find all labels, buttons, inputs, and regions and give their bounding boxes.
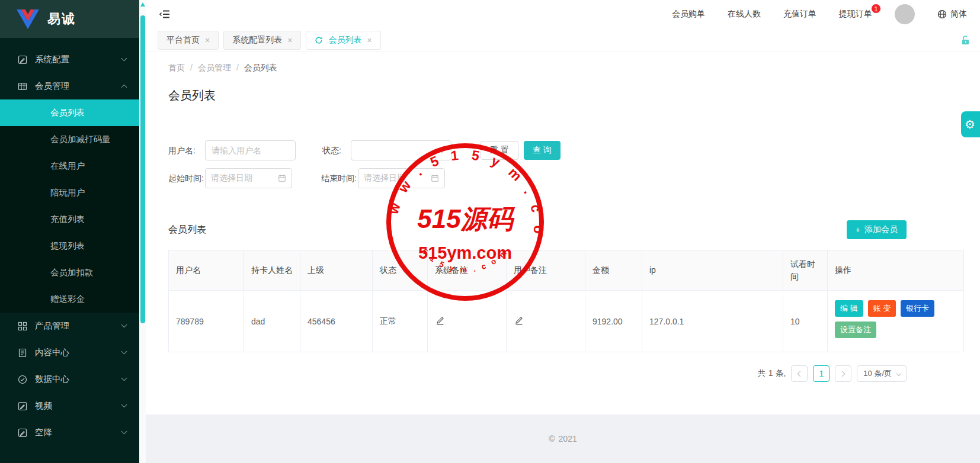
end-date-picker[interactable]: 请选择日期 xyxy=(358,168,445,188)
scrollbar-up-arrow-icon[interactable] xyxy=(140,2,145,7)
notification-badge: 1 xyxy=(871,4,881,14)
sidebar-item-companion-users[interactable]: 陪玩用户 xyxy=(0,179,139,206)
tab-member-list[interactable]: 会员列表 × xyxy=(306,31,380,50)
chevron-down-icon xyxy=(121,56,127,62)
bank-card-button[interactable]: 银行卡 xyxy=(901,300,934,317)
edit-square-icon xyxy=(18,54,28,65)
chevron-left-icon xyxy=(798,371,803,377)
page-size-select[interactable]: 10 条/页 xyxy=(857,365,907,382)
list-section-title: 会员列表 xyxy=(168,224,206,236)
status-select[interactable] xyxy=(351,140,451,160)
nav-online-count[interactable]: 在线人数 xyxy=(728,9,761,20)
col-cardholder: 持卡人姓名 xyxy=(244,250,300,291)
cell-username: 789789 xyxy=(169,291,244,352)
sidebar-item-data-center[interactable]: 数据中心 xyxy=(0,366,139,393)
sidebar-item-recharge-list[interactable]: 充值列表 xyxy=(0,206,139,233)
sidebar-item-member-adjust[interactable]: 会员加扣款 xyxy=(0,259,139,286)
topbar: 会员购单 在线人数 充值订单 提现订单 1 简体 xyxy=(146,0,980,28)
sidebar-item-product-mgmt[interactable]: 产品管理 xyxy=(0,313,139,339)
gear-icon: ⚙ xyxy=(965,117,975,131)
avatar[interactable] xyxy=(895,4,915,24)
sidebar-item-member-mgmt[interactable]: 会员管理 xyxy=(0,73,139,99)
chevron-up-icon xyxy=(121,85,127,91)
sidebar-item-gift-bonus[interactable]: 赠送彩金 xyxy=(0,286,139,313)
breadcrumb-member-mgmt[interactable]: 会员管理 xyxy=(198,63,231,73)
page-number-button[interactable]: 1 xyxy=(813,365,830,382)
footer: © 2021 xyxy=(146,414,980,463)
list-section-header: 会员列表 + 添加会员 xyxy=(168,220,907,239)
sidebar-item-system-config[interactable]: 系统配置 xyxy=(0,46,139,73)
account-change-button[interactable]: 账 变 xyxy=(868,300,896,317)
close-icon[interactable]: × xyxy=(367,36,371,44)
check-circle-icon xyxy=(18,374,28,384)
unlock-icon[interactable] xyxy=(960,35,971,46)
edit-note-icon[interactable] xyxy=(435,315,446,326)
table-header-row: 用户名 持卡人姓名 上级 状态 系统备注 用户备注 金额 ip 试看时间 操作 xyxy=(169,250,964,291)
member-table-wrapper: 用户名 持卡人姓名 上级 状态 系统备注 用户备注 金额 ip 试看时间 操作 xyxy=(168,250,907,352)
refresh-icon[interactable] xyxy=(315,36,323,44)
table-row: 789789 dad 456456 正常 xyxy=(169,291,964,352)
language-switcher[interactable]: 简体 xyxy=(937,9,967,20)
sidebar-item-online-users[interactable]: 在线用户 xyxy=(0,153,139,179)
cell-trial-time: 10 xyxy=(783,291,828,352)
edit-square-icon xyxy=(18,401,28,411)
col-user-note: 用户备注 xyxy=(507,250,585,291)
edit-button[interactable]: 编 辑 xyxy=(835,300,863,317)
col-amount: 金额 xyxy=(585,250,642,291)
app-window: 易诚 系统配置 会员管理 会员列表 会员加减打码量 在线用户 xyxy=(0,0,980,463)
tab-system-config-list[interactable]: 系统配置列表 × xyxy=(223,31,301,50)
tab-platform-home[interactable]: 平台首页 × xyxy=(158,31,219,50)
prev-page-button[interactable] xyxy=(791,365,808,382)
edit-square-icon xyxy=(18,427,28,438)
nav-member-orders[interactable]: 会员购单 xyxy=(672,9,705,20)
sidebar-item-content-center[interactable]: 内容中心 xyxy=(0,339,139,366)
content: 首页 / 会员管理 / 会员列表 会员列表 用户名: 状态: xyxy=(146,52,980,414)
start-date-picker[interactable]: 请选择日期 xyxy=(205,168,292,188)
cell-actions: 编 辑账 变银行卡设置备注 xyxy=(828,291,964,352)
chevron-down-icon xyxy=(896,371,901,376)
nav-withdraw-orders[interactable]: 提现订单 1 xyxy=(839,9,872,20)
scrollbar-thumb[interactable] xyxy=(140,15,145,323)
member-table: 用户名 持卡人姓名 上级 状态 系统备注 用户备注 金额 ip 试看时间 操作 xyxy=(168,250,964,352)
chevron-down-icon xyxy=(121,402,127,408)
next-page-button[interactable] xyxy=(835,365,851,382)
cell-status: 正常 xyxy=(373,291,428,352)
breadcrumb-home[interactable]: 首页 xyxy=(168,63,185,73)
main-area: 会员购单 在线人数 充值订单 提现订单 1 简体 平台首页 × xyxy=(146,0,980,463)
vue-logo-icon xyxy=(17,9,39,29)
username-input[interactable] xyxy=(205,140,296,160)
cell-cardholder: dad xyxy=(244,291,300,352)
chevron-right-icon xyxy=(840,371,846,377)
breadcrumb: 首页 / 会员管理 / 会员列表 xyxy=(168,63,907,73)
close-icon[interactable]: × xyxy=(205,36,210,44)
document-icon xyxy=(18,348,28,358)
sidebar-item-airdrop[interactable]: 空降 xyxy=(0,419,139,446)
end-time-label: 结束时间: xyxy=(321,172,358,185)
reset-button[interactable]: 重 置 xyxy=(481,141,518,160)
breadcrumb-member-list: 会员列表 xyxy=(244,63,277,73)
close-icon[interactable]: × xyxy=(287,36,292,44)
col-upline: 上级 xyxy=(300,250,373,291)
sidebar-item-withdraw-list[interactable]: 提现列表 xyxy=(0,233,139,259)
sidebar-scrollbar xyxy=(139,0,146,463)
pagination: 共 1 条, 1 10 条/页 xyxy=(168,365,907,382)
sidebar-item-video[interactable]: 视频 xyxy=(0,393,139,419)
set-note-button[interactable]: 设置备注 xyxy=(835,321,876,338)
brand-logo: 易诚 xyxy=(0,0,139,38)
nav-recharge-orders[interactable]: 充值订单 xyxy=(783,9,816,20)
edit-note-icon[interactable] xyxy=(514,315,524,326)
col-username: 用户名 xyxy=(169,250,244,291)
status-label: 状态: xyxy=(322,144,351,157)
cell-system-note xyxy=(428,291,507,352)
query-button[interactable]: 查 询 xyxy=(524,141,561,160)
sidebar-item-member-dama[interactable]: 会员加减打码量 xyxy=(0,126,139,153)
menu-fold-icon[interactable] xyxy=(159,8,172,21)
cell-user-note xyxy=(507,291,585,352)
plus-icon: + xyxy=(856,225,860,234)
pagination-total: 共 1 条, xyxy=(758,368,786,379)
settings-drawer-handle[interactable]: ⚙ xyxy=(961,111,980,137)
col-actions: 操作 xyxy=(828,250,964,291)
sidebar-item-member-list[interactable]: 会员列表 xyxy=(0,99,139,126)
add-member-button[interactable]: + 添加会员 xyxy=(847,220,907,239)
table-icon xyxy=(18,81,28,91)
